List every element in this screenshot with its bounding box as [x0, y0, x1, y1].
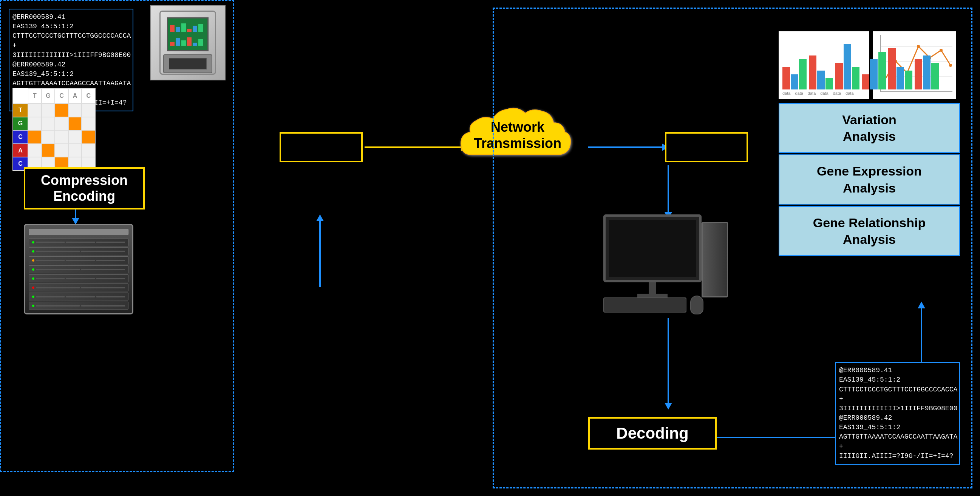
charts-area: data data data data data data [779, 31, 960, 99]
variation-analysis-box: VariationAnalysis [779, 103, 960, 153]
arrow-computer-to-decoding [668, 318, 669, 405]
sequencer-device [150, 5, 226, 81]
bar-chart: data data data data data data [779, 31, 869, 99]
arrow-decoded-to-computer [668, 165, 669, 214]
svg-point-11 [949, 64, 952, 67]
arrow-server-to-encoded [319, 219, 321, 287]
decoding-box: Decoding [588, 417, 717, 450]
gene-expression-analysis-box: Gene ExpressionAnalysis [779, 154, 960, 204]
computer-system [603, 214, 747, 320]
dna-matrix: T G C A C T G C A [13, 88, 95, 171]
right-pipeline-box: Decoding @ERR000589.41 EAS139_45:5:1:2 C… [493, 8, 972, 488]
svg-point-8 [917, 45, 920, 48]
compression-encoding-label: CompressionEncoding [24, 167, 145, 209]
analysis-section: data data data data data data [779, 31, 960, 257]
arrow-encoded-to-cloud [364, 146, 463, 148]
svg-point-10 [940, 49, 943, 52]
left-pipeline-box: @ERR000589.41 EAS139_45:5:1:2 CTTTCCTCCC… [0, 0, 234, 472]
gene-relationship-analysis-box: Gene RelationshipAnalysis [779, 206, 960, 256]
encoded-data-box [280, 132, 363, 162]
server-rack [24, 224, 137, 318]
fastq-output-text: @ERR000589.41 EAS139_45:5:1:2 CTTTCCTCCC… [835, 362, 960, 465]
